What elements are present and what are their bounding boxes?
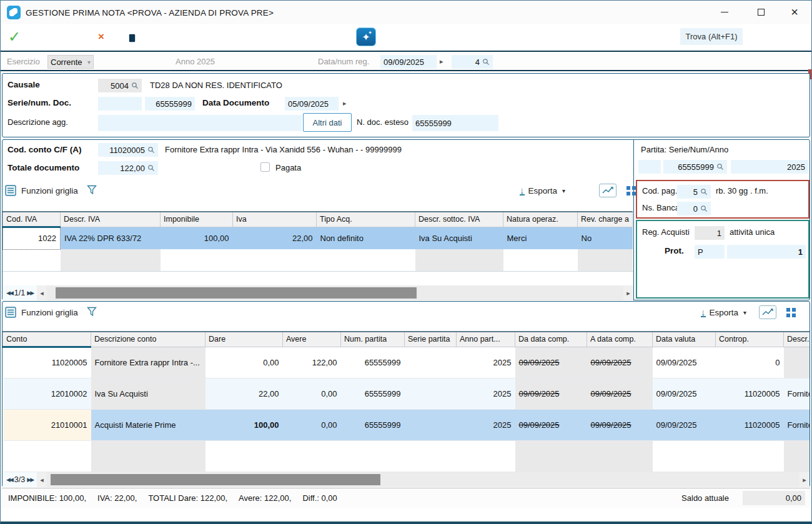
cell-cod-iva[interactable]: 1022 — [3, 227, 61, 249]
info-button[interactable]: i — [265, 26, 293, 48]
cell-conto[interactable]: 21010001 — [3, 409, 91, 440]
currency-button[interactable]: $ — [293, 26, 320, 48]
find-shortcut-box[interactable]: Trova (Alt+F1) — [680, 28, 743, 45]
h-scrollbar[interactable] — [47, 285, 623, 300]
grid-menu-icon[interactable] — [5, 307, 16, 318]
cell-dare[interactable]: 22,00 — [205, 378, 283, 409]
search-icon[interactable] — [147, 164, 155, 172]
cell-controp[interactable]: 11020005 — [716, 409, 784, 440]
cell-avere[interactable]: 0,00 — [283, 378, 341, 409]
close-button[interactable]: × — [780, 1, 809, 24]
cell-anno-partita[interactable]: 2025 — [457, 409, 515, 440]
prot-num-field[interactable]: 1 — [727, 245, 806, 259]
ai-assistant-button[interactable]: ✦✦ — [352, 26, 380, 48]
chevron-down-icon[interactable]: ▾ — [743, 309, 746, 316]
column-header[interactable]: Controp. — [716, 332, 784, 347]
cell-descrizione[interactable]: Acquisti Materie Prime — [91, 409, 205, 440]
date-next-icon[interactable]: ▸ — [343, 99, 347, 107]
search-registrations-button[interactable] — [147, 26, 174, 48]
cell-dare[interactable]: 100,00 — [205, 409, 283, 440]
last-page-button[interactable]: ▶▶ — [27, 290, 33, 296]
esporta-label[interactable]: Esporta — [710, 308, 739, 317]
causale-code-field[interactable]: 5004 — [98, 79, 142, 92]
column-header[interactable]: A data comp. — [587, 332, 653, 347]
chart-button[interactable] — [759, 305, 776, 319]
esercizio-select[interactable]: Corrente ▾ — [47, 55, 94, 69]
table-row[interactable]: 1022 IVA 22% DPR 633/72 100,00 22,00 Non… — [3, 227, 633, 249]
exit-button[interactable]: Esci — [773, 28, 806, 45]
grid-view-icon[interactable] — [626, 186, 636, 195]
column-header[interactable]: Dare — [205, 332, 283, 347]
cell-num-partita[interactable]: 65555999 — [341, 347, 405, 378]
column-header[interactable]: Cod. IVA — [3, 212, 61, 227]
chart-button[interactable] — [599, 184, 616, 197]
documents-menu-button[interactable]: ▾ — [202, 26, 229, 48]
funzioni-griglia-label[interactable]: Funzioni griglia — [21, 308, 78, 317]
search-icon[interactable] — [482, 58, 490, 66]
cell-dare[interactable]: 0,00 — [205, 347, 283, 378]
cell-descrizione[interactable]: Fornitore Extra rappr Intra -... — [91, 347, 205, 378]
cell-rev-charge[interactable]: No — [578, 227, 633, 249]
table-row-selected[interactable]: 21010001 Acquisti Materie Prime 100,00 0… — [3, 409, 810, 440]
minimize-button[interactable] — [710, 1, 739, 24]
altri-dati-button[interactable]: Altri dati — [303, 113, 352, 132]
cell-descr-controp[interactable]: Fornitor — [784, 378, 810, 409]
cell-a-data-comp[interactable]: 09/09/2025 — [587, 409, 653, 440]
maximize-button[interactable] — [746, 1, 775, 24]
cell-data-valuta[interactable]: 09/09/2025 — [653, 347, 716, 378]
column-header[interactable]: Conto — [3, 332, 91, 347]
data-documento-field[interactable]: 05/09/2025 — [285, 97, 339, 111]
filter-icon[interactable] — [87, 185, 97, 196]
cod-pag-field[interactable]: 5 — [677, 185, 711, 199]
attachments-button[interactable] — [174, 26, 202, 48]
last-page-button[interactable]: ▶▶ — [27, 477, 33, 483]
cell-avere[interactable]: 0,00 — [283, 409, 341, 440]
cell-anno-partita[interactable]: 2025 — [457, 378, 515, 409]
cell-da-data-comp[interactable]: 09/09/2025 — [515, 378, 587, 409]
cell-serie-partita[interactable] — [405, 347, 457, 378]
column-header[interactable]: Descr. IVA — [61, 212, 161, 227]
data-registrazione-field[interactable]: 09/09/2025 — [380, 55, 437, 69]
download-icon[interactable]: ↓ — [520, 186, 525, 195]
help-button[interactable]: ? — [325, 26, 352, 48]
cell-avere[interactable]: 122,00 — [283, 347, 341, 378]
pagata-checkbox[interactable] — [260, 162, 270, 172]
table-row[interactable]: 11020005 Fornitore Extra rappr Intra -..… — [3, 347, 810, 378]
search-icon[interactable] — [147, 146, 155, 154]
descrizione-agg-field[interactable] — [98, 115, 302, 131]
cell-descr-sottoc[interactable]: Iva Su Acquisti — [415, 227, 503, 249]
cell-descr-controp[interactable]: Fornitor — [784, 409, 810, 440]
cell-controp[interactable]: 0 — [716, 347, 784, 378]
serie-doc-field[interactable] — [98, 97, 142, 111]
first-page-button[interactable]: ◀◀ — [6, 477, 12, 483]
column-header[interactable]: Serie partita — [405, 332, 457, 347]
column-header[interactable]: Da data comp. — [515, 332, 587, 347]
column-header[interactable]: Descr. sottoc. IVA — [415, 212, 503, 227]
cell-descr-iva[interactable]: IVA 22% DPR 633/72 — [61, 227, 161, 249]
funzioni-griglia-label[interactable]: Funzioni griglia — [21, 186, 78, 195]
cod-conto-field[interactable]: 11020005 — [98, 143, 158, 157]
esporta-label[interactable]: Esporta — [528, 186, 558, 195]
num-doc-field[interactable]: 65555999 — [145, 97, 195, 111]
column-header[interactable]: Descrizione conto — [91, 332, 205, 347]
cell-serie-partita[interactable] — [405, 378, 457, 409]
empty-row[interactable] — [3, 249, 633, 272]
search-icon[interactable] — [131, 82, 139, 89]
cell-a-data-comp[interactable]: 09/09/2025 — [587, 347, 653, 378]
cell-serie-partita[interactable] — [405, 409, 457, 440]
column-header[interactable]: Imponibile — [161, 212, 233, 227]
column-header[interactable]: Natura operaz. — [503, 212, 578, 227]
search-icon[interactable] — [700, 188, 708, 195]
date-next-icon[interactable]: ▸ — [440, 57, 443, 66]
h-scrollbar[interactable] — [47, 472, 800, 487]
cell-num-partita[interactable]: 65555999 — [341, 409, 405, 440]
column-header[interactable]: Iva — [233, 212, 317, 227]
totale-documento-field[interactable]: 122,00 — [98, 161, 158, 175]
grid-menu-icon[interactable] — [5, 185, 16, 196]
cell-da-data-comp[interactable]: 09/09/2025 — [515, 409, 587, 440]
num-registrazione-field[interactable]: 4 — [452, 55, 493, 69]
column-header[interactable]: Avere — [283, 332, 341, 347]
menu-button[interactable]: ≡▾ — [234, 26, 261, 48]
cell-natura-operaz[interactable]: Merci — [503, 227, 578, 249]
cell-conto[interactable]: 12010002 — [3, 378, 91, 409]
